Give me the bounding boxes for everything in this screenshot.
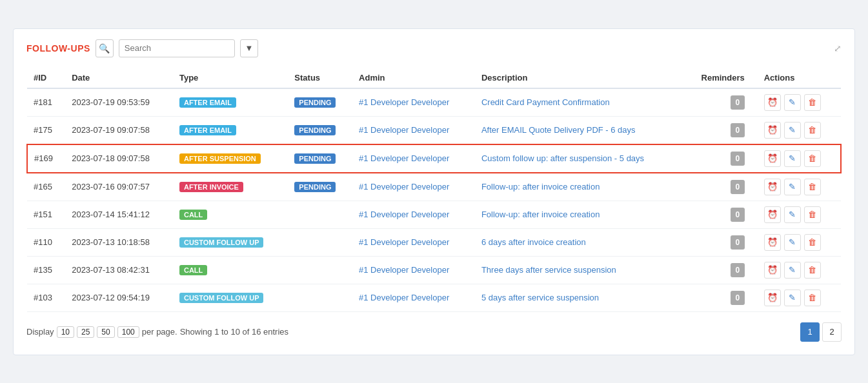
delete-button[interactable]: 🗑 xyxy=(804,290,821,306)
cell-status: PENDING xyxy=(288,116,352,144)
description-link[interactable]: Custom follow up: after suspension - 5 d… xyxy=(481,153,644,163)
action-buttons: ⏰ ✎ 🗑 xyxy=(764,94,834,111)
type-badge: CALL xyxy=(179,210,207,220)
cell-status: PENDING xyxy=(288,144,352,173)
search-input[interactable] xyxy=(119,39,235,57)
cell-description: Follow-up: after invoice creation xyxy=(475,201,683,228)
description-link[interactable]: Follow-up: after invoice creation xyxy=(481,210,600,219)
action-buttons: ⏰ ✎ 🗑 xyxy=(764,290,834,306)
clock-button[interactable]: ⏰ xyxy=(764,179,781,195)
description-link[interactable]: 6 days after invoice creation xyxy=(481,237,586,247)
cell-reminders: 0 xyxy=(683,173,758,201)
cell-type: CALL xyxy=(173,201,288,228)
edit-button[interactable]: ✎ xyxy=(784,290,801,306)
cell-date: 2023-07-19 09:53:59 xyxy=(65,88,173,117)
filter-button[interactable]: ▼ xyxy=(240,39,258,57)
cell-id: #169 xyxy=(27,144,65,173)
admin-link[interactable]: #1 Developer Developer xyxy=(359,237,449,247)
cell-admin: #1 Developer Developer xyxy=(352,116,475,144)
status-badge: PENDING xyxy=(294,125,336,135)
delete-button[interactable]: 🗑 xyxy=(804,234,821,251)
page-size-10[interactable]: 10 xyxy=(57,326,74,338)
cell-status xyxy=(288,201,352,228)
admin-link[interactable]: #1 Developer Developer xyxy=(359,293,449,302)
page-size-100[interactable]: 100 xyxy=(117,326,139,338)
col-description: Description xyxy=(475,68,683,88)
admin-link[interactable]: #1 Developer Developer xyxy=(359,210,449,219)
cell-id: #165 xyxy=(27,173,65,201)
table-row: #175 2023-07-19 09:07:58 AFTER EMAIL PEN… xyxy=(27,116,841,144)
edit-button[interactable]: ✎ xyxy=(784,262,801,279)
cell-id: #103 xyxy=(27,284,65,311)
page-title: FOLLOW-UPS xyxy=(26,43,90,54)
clock-button[interactable]: ⏰ xyxy=(764,122,781,139)
type-badge: AFTER INVOICE xyxy=(179,182,243,192)
showing-label: Showing 1 to 10 of 16 entries xyxy=(180,327,288,337)
search-icon-button[interactable]: 🔍 xyxy=(96,39,114,57)
table-body: #181 2023-07-19 09:53:59 AFTER EMAIL PEN… xyxy=(27,88,841,312)
admin-link[interactable]: #1 Developer Developer xyxy=(359,125,449,135)
delete-button[interactable]: 🗑 xyxy=(804,94,821,111)
admin-link[interactable]: #1 Developer Developer xyxy=(359,182,449,192)
cell-status xyxy=(288,284,352,311)
action-buttons: ⏰ ✎ 🗑 xyxy=(764,122,834,139)
edit-button[interactable]: ✎ xyxy=(784,179,801,195)
expand-icon[interactable]: ⤢ xyxy=(834,43,842,54)
col-status: Status xyxy=(288,68,352,88)
footer-row: Display 10 25 50 100 per page. Showing 1… xyxy=(26,322,842,342)
description-link[interactable]: Credit Card Payment Confirmation xyxy=(481,97,610,107)
cell-date: 2023-07-12 09:54:19 xyxy=(65,284,173,311)
clock-button[interactable]: ⏰ xyxy=(764,94,781,111)
header-row: FOLLOW-UPS 🔍 ▼ ⤢ xyxy=(26,39,842,57)
clock-button[interactable]: ⏰ xyxy=(764,262,781,279)
reminder-count: 0 xyxy=(731,263,745,277)
cell-type: CUSTOM FOLLOW UP xyxy=(173,284,288,311)
page-btn-1[interactable]: 1 xyxy=(800,322,820,342)
delete-button[interactable]: 🗑 xyxy=(804,262,821,279)
cell-type: CUSTOM FOLLOW UP xyxy=(173,228,288,256)
action-buttons: ⏰ ✎ 🗑 xyxy=(764,234,834,251)
page-size-25[interactable]: 25 xyxy=(77,326,94,338)
edit-button[interactable]: ✎ xyxy=(784,122,801,139)
cell-actions: ⏰ ✎ 🗑 xyxy=(758,144,841,173)
reminder-count: 0 xyxy=(731,123,745,137)
cell-reminders: 0 xyxy=(683,144,758,173)
clock-button[interactable]: ⏰ xyxy=(764,290,781,306)
delete-button[interactable]: 🗑 xyxy=(804,122,821,139)
cell-actions: ⏰ ✎ 🗑 xyxy=(758,284,841,311)
type-badge: CUSTOM FOLLOW UP xyxy=(179,293,264,303)
description-link[interactable]: 5 days after service suspension xyxy=(481,293,599,302)
edit-button[interactable]: ✎ xyxy=(784,234,801,251)
action-buttons: ⏰ ✎ 🗑 xyxy=(764,206,834,223)
admin-link[interactable]: #1 Developer Developer xyxy=(359,265,449,275)
col-actions: Actions xyxy=(758,68,841,88)
cell-type: CALL xyxy=(173,256,288,284)
type-badge: AFTER SUSPENSION xyxy=(179,153,261,164)
cell-status xyxy=(288,256,352,284)
cell-description: After EMAIL Quote Delivery PDF - 6 days xyxy=(475,116,683,144)
cell-reminders: 0 xyxy=(683,284,758,311)
cell-description: Follow-up: after invoice creation xyxy=(475,173,683,201)
admin-link[interactable]: #1 Developer Developer xyxy=(359,97,449,107)
edit-button[interactable]: ✎ xyxy=(784,150,801,167)
page-size-50[interactable]: 50 xyxy=(97,326,114,338)
clock-button[interactable]: ⏰ xyxy=(764,150,781,167)
delete-button[interactable]: 🗑 xyxy=(804,179,821,195)
table-row: #151 2023-07-14 15:41:12 CALL #1 Develop… xyxy=(27,201,841,228)
status-badge: PENDING xyxy=(294,153,336,164)
description-link[interactable]: Three days after service suspension xyxy=(481,265,616,275)
col-reminders: Reminders xyxy=(683,68,758,88)
edit-button[interactable]: ✎ xyxy=(784,206,801,223)
page-btn-2[interactable]: 2 xyxy=(822,322,842,342)
edit-button[interactable]: ✎ xyxy=(784,94,801,111)
admin-link[interactable]: #1 Developer Developer xyxy=(359,153,449,163)
description-link[interactable]: Follow-up: after invoice creation xyxy=(481,182,600,192)
delete-button[interactable]: 🗑 xyxy=(804,150,821,167)
cell-status xyxy=(288,228,352,256)
cell-description: 6 days after invoice creation xyxy=(475,228,683,256)
delete-button[interactable]: 🗑 xyxy=(804,206,821,223)
table-header: #ID Date Type Status Admin Description R… xyxy=(27,68,841,88)
clock-button[interactable]: ⏰ xyxy=(764,206,781,223)
description-link[interactable]: After EMAIL Quote Delivery PDF - 6 days xyxy=(481,125,636,135)
clock-button[interactable]: ⏰ xyxy=(764,234,781,251)
